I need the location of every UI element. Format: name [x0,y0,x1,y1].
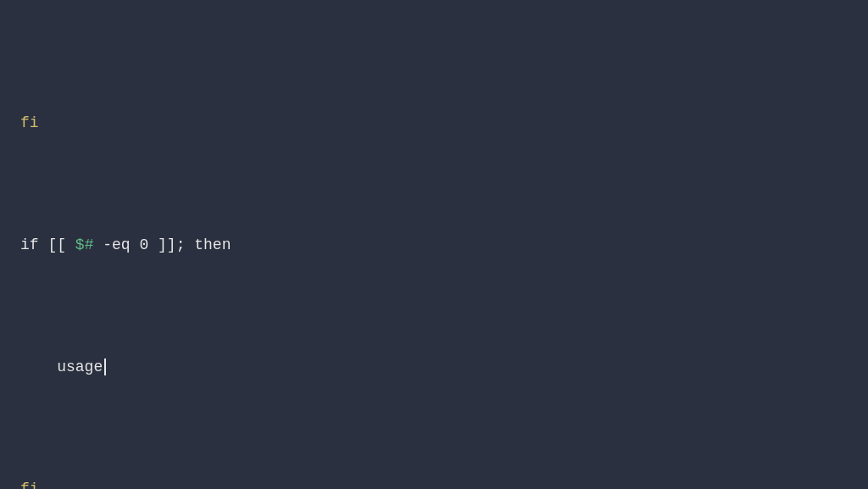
text-cursor [104,358,106,375]
code-line-1: fi [20,111,848,136]
code-editor: fi if [[ $# -eq 0 ]]; then usage fi ## M… [20,14,848,489]
code-line-4: fi [20,477,848,489]
code-line-2: if [[ $# -eq 0 ]]; then [20,233,848,258]
code-line-3: usage [20,355,848,380]
